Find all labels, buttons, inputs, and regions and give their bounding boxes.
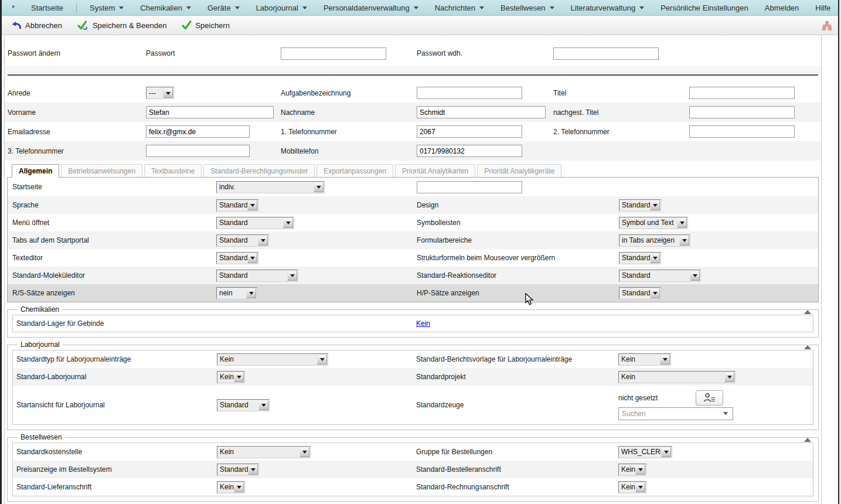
email-input[interactable]	[146, 125, 250, 138]
tab-textbausteine[interactable]: Textbausteine	[144, 164, 202, 177]
nachname-label: Nachname	[281, 108, 417, 117]
titel-input[interactable]	[689, 87, 795, 99]
gruppe-bestellungen-select[interactable]: WHS_CLERK	[618, 446, 672, 458]
password-input[interactable]	[281, 47, 386, 60]
menu-item-bestellwesen[interactable]: Bestellwesen	[500, 4, 554, 12]
telefon2-input[interactable]	[689, 125, 795, 138]
standardkostenstelle-select[interactable]: Kein	[217, 446, 311, 458]
telefon2-label: 2. Telefonnummer	[553, 128, 689, 136]
standardzeuge-search-combobox[interactable]: Suchen	[618, 407, 733, 420]
collapse-up-icon[interactable]	[804, 438, 811, 442]
save-and-exit-button[interactable]: Speichern & Beenden	[77, 21, 166, 30]
cancel-button[interactable]: Abbrechen	[11, 21, 62, 30]
telefon3-input[interactable]	[146, 145, 250, 157]
menu-item-chemikalien[interactable]: Chemikalien	[140, 4, 191, 12]
nachgestellter-titel-input[interactable]	[689, 106, 795, 118]
menu-item-home-star[interactable]: *	[12, 4, 15, 12]
chevron-down-icon	[247, 200, 257, 210]
settings-row-molekuel-reaktionseditor: Standard-Moleküleditor Standard Standard…	[8, 267, 818, 284]
startseite-select[interactable]: indiv.	[216, 181, 325, 193]
mobiltelefon-input[interactable]	[417, 145, 522, 157]
settings-row-texteditor-strukturformeln: Texteditor Standard Strukturformeln beim…	[8, 249, 818, 267]
standardprojekt-select[interactable]: Kein	[618, 371, 736, 383]
menu-item-personaldatenverwaltung[interactable]: Personaldatenverwaltung	[324, 4, 418, 12]
design-select[interactable]: Standard	[619, 199, 661, 212]
rechnungsanschrift-select[interactable]: Kein	[618, 481, 646, 493]
strukturformeln-select[interactable]: Standard	[619, 252, 661, 264]
formularbereiche-select[interactable]: in Tabs anzeigen	[619, 234, 690, 247]
allgemein-panel: Startseite indiv. Sprache Standard Desig…	[7, 177, 819, 302]
chevron-down-icon	[314, 182, 324, 192]
telefon1-label: 1. Telefonnummer	[281, 128, 417, 136]
tab-prioritaet-analytikgeraete[interactable]: Priorität Analytikgeräte	[477, 164, 561, 177]
telefon1-input[interactable]	[417, 125, 522, 138]
texteditor-label: Texteditor	[12, 254, 216, 262]
menu-item-persoenliche-einstellungen[interactable]: Persönliche Einstellungen	[660, 4, 748, 12]
menue-oeffnet-select[interactable]: Standard	[216, 217, 294, 229]
chevron-down-icon	[650, 288, 660, 298]
tabs-startportal-select[interactable]: Standard	[216, 234, 269, 247]
menu-item-hilfe[interactable]: Hilfe	[815, 4, 830, 12]
personal-row-email: Emailadresse 1. Telefonnummer 2. Telefon…	[5, 122, 821, 141]
chevron-down-icon	[248, 465, 258, 475]
lieferanschrift-select[interactable]: Kein	[217, 481, 245, 493]
molekueleditor-select[interactable]: Standard	[216, 270, 298, 282]
berichtsvorlage-select[interactable]: Kein	[618, 353, 671, 366]
reaktionseditor-select[interactable]: Standard	[619, 270, 701, 282]
tab-prioritaet-analytikarten[interactable]: Priorität Analytikarten	[395, 164, 475, 177]
preisanzeige-select[interactable]: Standard	[217, 464, 259, 476]
startseite-indiv-input[interactable]	[417, 181, 522, 193]
menu-item-startseite[interactable]: Startseite	[31, 4, 63, 12]
bestellwesen-row-kostenstelle: Standardkostenstelle Kein Gruppe für Bes…	[13, 443, 813, 461]
startseite-label: Startseite	[12, 183, 216, 191]
menu-item-nachrichten[interactable]: Nachrichten	[435, 4, 484, 12]
personal-row-name: Vorname Nachname nachgest. Titel	[5, 103, 821, 122]
password-repeat-input[interactable]	[553, 47, 659, 60]
vorname-input[interactable]	[146, 106, 274, 118]
standardtyp-select[interactable]: Kein	[217, 353, 328, 366]
preisanzeige-label: Preisanzeige im Bestellsystem	[16, 465, 217, 474]
save-button[interactable]: Speichern	[182, 21, 230, 30]
settings-form: Passwort ändern Passwort Passwort wdh. A…	[4, 35, 822, 504]
tab-exportanpassungen[interactable]: Exportanpassungen	[316, 164, 393, 177]
collapse-up-icon[interactable]	[804, 310, 811, 314]
chevron-down-icon	[234, 372, 244, 382]
tab-allgemein[interactable]: Allgemein	[12, 164, 59, 178]
chevron-down-icon	[283, 218, 293, 228]
user-group-button[interactable]	[821, 20, 833, 33]
menu-item-laborjournal[interactable]: Laborjournal	[256, 4, 307, 12]
menubar-separator	[76, 3, 77, 13]
personal-row-anrede: Anrede --- Aufgabenbezeichnung Titel	[5, 83, 821, 103]
standard-laborjournal-select[interactable]: Kein	[217, 371, 245, 383]
menu-item-literaturverwaltung[interactable]: Literaturverwaltung	[571, 4, 645, 12]
rs-saetze-select[interactable]: nein	[216, 287, 257, 299]
standardzeuge-status: nicht gesetzt	[618, 394, 693, 402]
tab-betriebsanweisungen[interactable]: Betriebsanweisungen	[61, 164, 142, 177]
tab-standard-berechtigungsmuster[interactable]: Standard-Berechtigungsmuster	[203, 164, 315, 177]
chevron-down-icon	[650, 200, 660, 210]
bestellwesen-fieldset: Bestellwesen Standardkostenstelle Kein G…	[7, 433, 819, 502]
select-person-button[interactable]	[696, 390, 723, 406]
symbolleisten-select[interactable]: Symbol und Text	[619, 217, 688, 229]
chevron-down-icon	[299, 447, 309, 457]
nachname-input[interactable]	[417, 106, 546, 118]
bestelleranschrift-select[interactable]: Kein	[618, 464, 646, 476]
section-band	[5, 66, 821, 74]
collapse-up-icon[interactable]	[804, 345, 811, 349]
menu-item-geraete[interactable]: Geräte	[207, 4, 240, 12]
startansicht-label: Startansicht für Laborjournal	[16, 401, 217, 409]
hp-saetze-select[interactable]: Standard	[619, 287, 661, 299]
menu-item-system[interactable]: System	[90, 4, 124, 12]
sprache-select[interactable]: Standard	[216, 199, 258, 212]
menu-item-abmelden[interactable]: Abmelden	[765, 4, 799, 12]
texteditor-select[interactable]: Standard	[216, 252, 258, 264]
chevron-down-icon	[258, 400, 268, 410]
anrede-select[interactable]: ---	[146, 87, 174, 99]
reaktionseditor-label: Standard-Reaktionseditor	[417, 271, 619, 280]
standard-lager-link[interactable]: Kein	[416, 319, 813, 328]
bestellwesen-row-preisanzeige: Preisanzeige im Bestellsystem Standard S…	[13, 461, 813, 478]
startansicht-select[interactable]: Standard	[217, 399, 270, 411]
aufgabenbezeichnung-input[interactable]	[417, 87, 522, 99]
chevron-down-icon	[163, 88, 173, 98]
settings-row-startseite: Startseite indiv.	[8, 178, 818, 196]
